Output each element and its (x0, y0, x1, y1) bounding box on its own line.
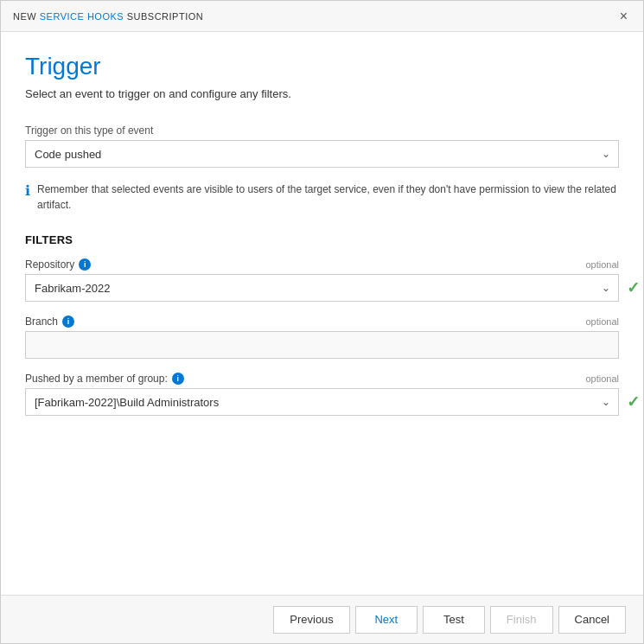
page-title: Trigger (25, 53, 619, 80)
repository-label-row: Repository i optional (25, 258, 619, 271)
repository-filter-row: Repository i optional Fabrikam-2022 ⌄ ✓ (25, 258, 619, 302)
branch-optional: optional (585, 316, 619, 327)
repository-optional: optional (585, 259, 619, 270)
info-icon: ℹ (25, 182, 30, 199)
close-icon: × (620, 9, 628, 23)
dialog: NEW SERVICE HOOKS SUBSCRIPTION × Trigger… (0, 0, 644, 644)
trigger-select-wrapper: Code pushed ⌄ (25, 140, 619, 168)
pushed-by-select-wrapper: [Fabrikam-2022]\Build Administrators ⌄ ✓ (25, 388, 619, 416)
pushed-by-label-row: Pushed by a member of group: i optional (25, 373, 619, 385)
close-button[interactable]: × (616, 9, 631, 24)
filters-heading: FILTERS (25, 233, 619, 246)
dialog-footer: Previous Next Test Finish Cancel (1, 595, 643, 643)
repository-label: Repository i (25, 258, 91, 271)
repository-check-icon: ✓ (627, 278, 640, 297)
repository-info-icon[interactable]: i (79, 258, 91, 271)
repository-select-wrapper: Fabrikam-2022 ⌄ ✓ (25, 274, 619, 302)
branch-filter-row: Branch i optional (25, 316, 619, 359)
pushed-by-check-icon: ✓ (627, 392, 640, 411)
dialog-header: NEW SERVICE HOOKS SUBSCRIPTION × (1, 1, 643, 32)
pushed-by-optional: optional (585, 373, 619, 384)
pushed-by-filter-row: Pushed by a member of group: i optional … (25, 373, 619, 416)
branch-label: Branch i (25, 316, 74, 328)
trigger-event-select[interactable]: Code pushed (25, 140, 619, 168)
repository-select[interactable]: Fabrikam-2022 (25, 274, 619, 302)
branch-label-row: Branch i optional (25, 316, 619, 328)
finish-button[interactable]: Finish (490, 606, 553, 634)
next-button[interactable]: Next (355, 606, 418, 634)
previous-button[interactable]: Previous (273, 606, 350, 634)
branch-input[interactable] (25, 331, 619, 359)
trigger-section: Trigger on this type of event Code pushe… (25, 124, 619, 168)
pushed-by-label: Pushed by a member of group: i (25, 373, 184, 385)
test-button[interactable]: Test (423, 606, 485, 634)
pushed-by-info-icon[interactable]: i (172, 373, 184, 385)
info-text: Remember that selected events are visibl… (37, 182, 619, 213)
trigger-label: Trigger on this type of event (25, 124, 619, 137)
page-subtitle: Select an event to trigger on and config… (25, 87, 619, 100)
dialog-content: Trigger Select an event to trigger on an… (1, 32, 643, 595)
branch-info-icon[interactable]: i (62, 316, 74, 328)
cancel-button[interactable]: Cancel (558, 606, 626, 634)
pushed-by-select[interactable]: [Fabrikam-2022]\Build Administrators (25, 388, 619, 416)
info-box: ℹ Remember that selected events are visi… (25, 182, 619, 213)
dialog-title: NEW SERVICE HOOKS SUBSCRIPTION (13, 11, 203, 22)
